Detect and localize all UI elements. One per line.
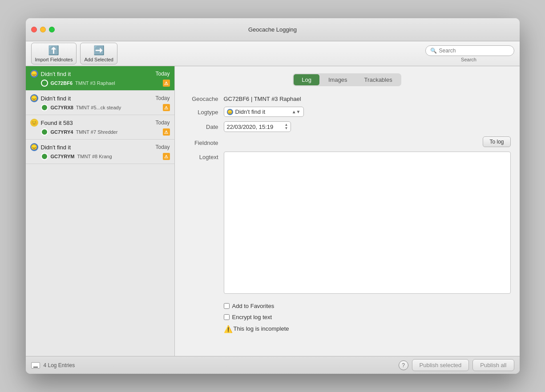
dnf-icon: 😞 [30, 143, 38, 151]
chevron-down-icon: ▲▼ [292, 109, 301, 114]
warning-triangle-icon: ⚠️ [224, 325, 231, 332]
tab-images[interactable]: Images [320, 74, 355, 85]
log-title: Found it 583 [41, 120, 73, 126]
cache-code: GC7YRY4 [51, 129, 73, 135]
publish-all-button[interactable]: Publish all [472, 359, 514, 371]
warning-icon: ⚠ [163, 104, 170, 111]
date-input[interactable]: ▲ ▼ [224, 121, 291, 132]
cache-code: GC7YRYM [51, 154, 75, 159]
import-label: Import Fieldnotes [35, 57, 73, 62]
warning-text: This log is incomplete [234, 325, 289, 332]
main-window: Geocache Logging ⬆️ Import Fieldnotes ➡️… [26, 18, 520, 374]
fieldnote-row: Fieldnote To log [184, 136, 511, 147]
sidebar: 😞 Didn't find it Today GC72BF6 TMNT #3 R… [26, 66, 175, 356]
maximize-button[interactable] [49, 27, 55, 32]
log-title: Didn't find it [41, 95, 71, 102]
log-date: Today [155, 71, 170, 77]
found-icon: 😊 [30, 119, 38, 127]
cache-icon [41, 128, 48, 136]
collapse-button[interactable] [31, 362, 40, 368]
log-title: Didn't find it [41, 144, 71, 151]
geocache-label: Geocache [184, 93, 224, 102]
add-selected-icon: ➡️ [93, 45, 105, 56]
log-title: Didn't find it [41, 71, 71, 77]
add-favorites-checkbox[interactable] [224, 303, 230, 309]
dnf-icon: 😞 [30, 94, 38, 102]
main-content: 😞 Didn't find it Today GC72BF6 TMNT #3 R… [26, 66, 520, 356]
cache-icon [41, 104, 48, 111]
titlebar: Geocache Logging [26, 18, 520, 41]
list-item[interactable]: 😞 Didn't find it Today GC7YRX8 TMNT #5..… [26, 91, 174, 115]
import-icon: ⬆️ [48, 45, 59, 56]
encrypt-log-checkbox[interactable] [224, 314, 230, 320]
close-button[interactable] [31, 27, 37, 32]
log-date: Today [155, 120, 170, 126]
publish-selected-button[interactable]: Publish selected [412, 359, 469, 371]
date-stepper[interactable]: ▲ ▼ [285, 123, 288, 130]
cache-name: TMNT #3 Raphael [75, 80, 160, 86]
add-selected-label: Add Selected [84, 57, 113, 62]
import-fieldnotes-button[interactable]: ⬆️ Import Fieldnotes [31, 43, 77, 64]
date-field[interactable] [227, 124, 285, 130]
cache-code: GC72BF6 [51, 80, 73, 86]
add-selected-button[interactable]: ➡️ Add Selected [80, 43, 117, 64]
cache-code: GC7YRX8 [51, 105, 73, 110]
cache-name: TMNT #7 Shredder [76, 129, 160, 135]
logtext-row: Logtext [184, 152, 511, 294]
add-favorites-row: Add to Favorites [224, 303, 511, 309]
cache-icon [41, 153, 48, 160]
fieldnote-label: Fieldnote [184, 137, 224, 146]
warning-icon: ⚠ [163, 128, 170, 136]
date-row: Date ▲ ▼ [184, 121, 511, 132]
search-label: Search [461, 57, 476, 62]
logtext-label: Logtext [184, 152, 224, 160]
search-box[interactable]: 🔍 [425, 45, 514, 56]
log-date: Today [155, 144, 170, 150]
bottom-left: 4 Log Entries [31, 362, 75, 368]
add-favorites-label: Add to Favorites [232, 303, 275, 309]
warning-icon: ⚠ [163, 80, 170, 87]
search-icon: 🔍 [430, 48, 437, 54]
geocache-row: Geocache GC72BF6 | TMNT #3 Raphael [184, 93, 511, 102]
logtype-icon: 😞 [227, 109, 233, 115]
bottom-bar: 4 Log Entries ? Publish selected Publish… [26, 356, 520, 374]
to-log-button[interactable]: To log [483, 136, 510, 147]
logtext-area[interactable] [224, 152, 511, 294]
collapse-icon [33, 367, 38, 368]
warning-row: ⚠️ This log is incomplete [224, 325, 511, 332]
toolbar: ⬆️ Import Fieldnotes ➡️ Add Selected 🔍 S… [26, 41, 520, 66]
warning-icon: ⚠ [163, 153, 170, 160]
log-date: Today [155, 95, 170, 101]
cache-icon [41, 80, 48, 87]
encrypt-log-row: Encrypt log text [224, 314, 511, 320]
tabs: Log Images Trackables [293, 73, 401, 86]
cache-name: TMNT #5...ck steady [76, 105, 160, 110]
stepper-down-icon[interactable]: ▼ [285, 127, 288, 130]
right-panel: Log Images Trackables Geocache GC72BF6 |… [175, 66, 520, 356]
log-entries-count: 4 Log Entries [44, 362, 75, 368]
list-item[interactable]: 😞 Didn't find it Today GC7YRYM TMNT #8 K… [26, 140, 174, 164]
list-item[interactable]: 😊 Found it 583 Today GC7YRY4 TMNT #7 Shr… [26, 115, 174, 140]
logtype-select[interactable]: 😞 Didn't find it Found it Write note ▲▼ [224, 107, 304, 117]
cache-name: TMNT #8 Krang [77, 154, 160, 159]
logtype-label: Logtype [184, 107, 224, 116]
logtype-dropdown[interactable]: Didn't find it Found it Write note [235, 108, 290, 115]
search-input[interactable] [439, 48, 509, 54]
dnf-icon: 😞 [30, 70, 38, 78]
encrypt-log-label: Encrypt log text [232, 314, 272, 320]
tab-log[interactable]: Log [294, 74, 319, 85]
list-item[interactable]: 😞 Didn't find it Today GC72BF6 TMNT #3 R… [26, 66, 174, 91]
tab-bar: Log Images Trackables [184, 73, 511, 86]
bottom-right: ? Publish selected Publish all [399, 359, 514, 371]
geocache-value: GC72BF6 | TMNT #3 Raphael [224, 93, 301, 102]
tab-trackables[interactable]: Trackables [356, 74, 400, 85]
help-button[interactable]: ? [399, 360, 408, 370]
date-label: Date [184, 121, 224, 130]
minimize-button[interactable] [40, 27, 46, 32]
traffic-lights [31, 27, 55, 32]
window-title: Geocache Logging [248, 26, 297, 33]
logtype-row: Logtype 😞 Didn't find it Found it Write … [184, 107, 511, 117]
